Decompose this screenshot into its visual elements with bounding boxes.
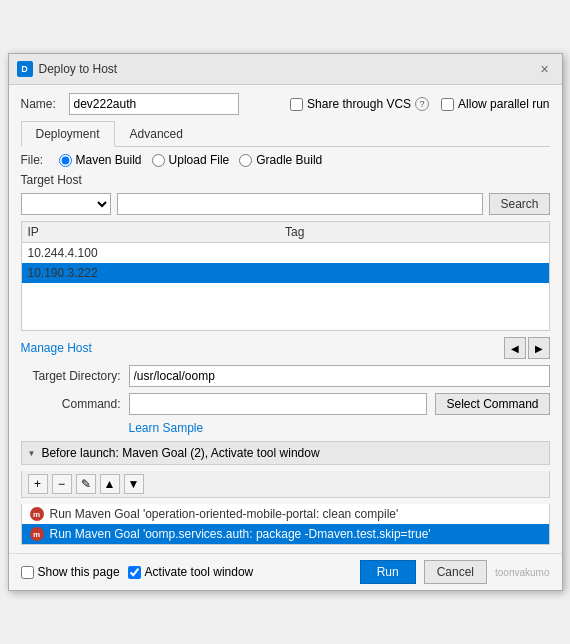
title-bar: D Deploy to Host × bbox=[9, 54, 562, 85]
host-table: IP Tag 10.244.4.100 10.190.3.222 bbox=[21, 221, 550, 331]
col-tag-header: Tag bbox=[285, 225, 543, 239]
deploy-to-host-dialog: D Deploy to Host × Name: Share through V… bbox=[8, 53, 563, 591]
tab-advanced[interactable]: Advanced bbox=[115, 121, 198, 146]
activate-window-item: Activate tool window bbox=[128, 565, 254, 579]
launch-item-1[interactable]: m Run Maven Goal 'operation-oriented-mob… bbox=[22, 504, 549, 524]
select-command-button[interactable]: Select Command bbox=[435, 393, 549, 415]
allow-parallel-item: Allow parallel run bbox=[441, 97, 549, 111]
upload-file-option: Upload File bbox=[152, 153, 230, 167]
command-label: Command: bbox=[21, 397, 121, 411]
host-dropdown[interactable] bbox=[21, 193, 111, 215]
col-ip-header: IP bbox=[28, 225, 286, 239]
activate-window-checkbox[interactable] bbox=[128, 566, 141, 579]
search-button[interactable]: Search bbox=[489, 193, 549, 215]
launch-item-2[interactable]: m Run Maven Goal 'oomp.services.auth: pa… bbox=[22, 524, 549, 544]
show-page-item: Show this page bbox=[21, 565, 120, 579]
edit-launch-button[interactable]: ✎ bbox=[76, 474, 96, 494]
before-launch-header: ▼ Before launch: Maven Goal (2), Activat… bbox=[21, 441, 550, 465]
launch-toolbar: + − ✎ ▲ ▼ bbox=[21, 471, 550, 498]
show-page-checkbox[interactable] bbox=[21, 566, 34, 579]
target-directory-input[interactable] bbox=[129, 365, 550, 387]
before-launch-label: Before launch: Maven Goal (2), Activate … bbox=[41, 446, 319, 460]
cancel-button[interactable]: Cancel bbox=[424, 560, 487, 584]
maven-build-option: Maven Build bbox=[59, 153, 142, 167]
host-text-input[interactable] bbox=[117, 193, 484, 215]
name-label: Name: bbox=[21, 97, 61, 111]
down-launch-button[interactable]: ▼ bbox=[124, 474, 144, 494]
bottom-row: Show this page Activate tool window Run … bbox=[9, 553, 562, 590]
nav-next-button[interactable]: ▶ bbox=[528, 337, 550, 359]
allow-parallel-checkbox[interactable] bbox=[441, 98, 454, 111]
host-tag-1 bbox=[285, 246, 543, 260]
host-tag-2 bbox=[285, 266, 543, 280]
learn-row: Learn Sample bbox=[21, 421, 550, 435]
maven-icon-2: m bbox=[30, 527, 44, 541]
file-row: File: Maven Build Upload File Gradle Bui… bbox=[21, 153, 550, 167]
host-row-2[interactable]: 10.190.3.222 bbox=[22, 263, 549, 283]
gradle-build-label: Gradle Build bbox=[256, 153, 322, 167]
app-icon: D bbox=[17, 61, 33, 77]
tab-deployment[interactable]: Deployment bbox=[21, 121, 115, 147]
collapse-icon[interactable]: ▼ bbox=[28, 449, 36, 458]
upload-file-radio[interactable] bbox=[152, 154, 165, 167]
activate-window-label: Activate tool window bbox=[145, 565, 254, 579]
manage-host-link[interactable]: Manage Host bbox=[21, 341, 92, 355]
nav-buttons: ◀ ▶ bbox=[504, 337, 550, 359]
maven-icon-1: m bbox=[30, 507, 44, 521]
upload-file-label: Upload File bbox=[169, 153, 230, 167]
allow-parallel-label: Allow parallel run bbox=[458, 97, 549, 111]
maven-build-radio[interactable] bbox=[59, 154, 72, 167]
command-row: Command: Select Command bbox=[21, 393, 550, 415]
target-host-label: Target Host bbox=[21, 173, 550, 187]
close-button[interactable]: × bbox=[536, 60, 554, 78]
command-input[interactable] bbox=[129, 393, 428, 415]
host-ip-2: 10.190.3.222 bbox=[28, 266, 286, 280]
host-row-1[interactable]: 10.244.4.100 bbox=[22, 243, 549, 263]
learn-sample-link[interactable]: Learn Sample bbox=[129, 421, 204, 435]
share-vcs-item: Share through VCS ? bbox=[290, 97, 429, 111]
gradle-build-option: Gradle Build bbox=[239, 153, 322, 167]
remove-launch-button[interactable]: − bbox=[52, 474, 72, 494]
host-ip-1: 10.244.4.100 bbox=[28, 246, 286, 260]
help-icon[interactable]: ? bbox=[415, 97, 429, 111]
add-launch-button[interactable]: + bbox=[28, 474, 48, 494]
dialog-content: Name: Share through VCS ? Allow parallel… bbox=[9, 85, 562, 553]
share-vcs-label: Share through VCS bbox=[307, 97, 411, 111]
target-directory-row: Target Directory: bbox=[21, 365, 550, 387]
up-launch-button[interactable]: ▲ bbox=[100, 474, 120, 494]
launch-item-2-text: Run Maven Goal 'oomp.services.auth: pack… bbox=[50, 527, 431, 541]
tab-deployment-content: File: Maven Build Upload File Gradle Bui… bbox=[21, 153, 550, 545]
dialog-title: Deploy to Host bbox=[39, 62, 118, 76]
nav-prev-button[interactable]: ◀ bbox=[504, 337, 526, 359]
gradle-build-radio[interactable] bbox=[239, 154, 252, 167]
launch-item-1-text: Run Maven Goal 'operation-oriented-mobil… bbox=[50, 507, 399, 521]
host-row: Search bbox=[21, 193, 550, 215]
target-directory-label: Target Directory: bbox=[21, 369, 121, 383]
checkbox-row: Share through VCS ? Allow parallel run bbox=[290, 97, 549, 111]
tab-bar: Deployment Advanced bbox=[21, 121, 550, 147]
file-label: File: bbox=[21, 153, 49, 167]
name-row: Name: Share through VCS ? Allow parallel… bbox=[21, 93, 550, 115]
name-input[interactable] bbox=[69, 93, 239, 115]
host-table-header: IP Tag bbox=[22, 222, 549, 243]
show-page-label: Show this page bbox=[38, 565, 120, 579]
maven-build-label: Maven Build bbox=[76, 153, 142, 167]
run-button[interactable]: Run bbox=[360, 560, 416, 584]
launch-list: m Run Maven Goal 'operation-oriented-mob… bbox=[21, 504, 550, 545]
title-bar-left: D Deploy to Host bbox=[17, 61, 118, 77]
watermark: toonvakumo bbox=[495, 567, 549, 578]
manage-row: Manage Host ◀ ▶ bbox=[21, 337, 550, 359]
share-vcs-checkbox[interactable] bbox=[290, 98, 303, 111]
